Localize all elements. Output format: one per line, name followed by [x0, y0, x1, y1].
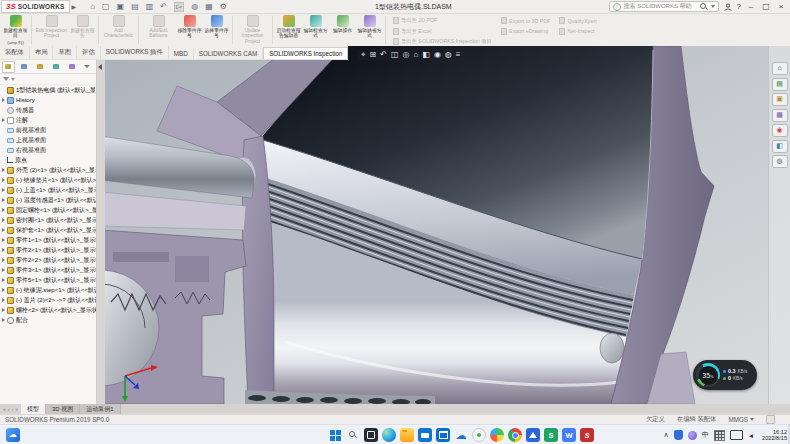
expand-icon[interactable]	[2, 208, 5, 212]
tree-item-part[interactable]: 零件3<1> (默认<<默认>_显示状	[0, 265, 96, 275]
expand-icon[interactable]	[2, 178, 5, 182]
expand-icon[interactable]	[2, 258, 5, 262]
tree-item-part[interactable]: 保护套<1> (默认<<默认>_显示状	[0, 225, 96, 235]
widgets-icon[interactable]: ☁	[6, 428, 20, 442]
rim-bore-hole[interactable]	[600, 333, 624, 363]
tree-item-part[interactable]: (-) 上盖<1> (默认<<默认>_显示状	[0, 185, 96, 195]
connect-device-icon[interactable]	[730, 430, 743, 440]
search-dropdown-icon[interactable]	[711, 5, 715, 8]
status-tag-icon[interactable]	[766, 415, 775, 424]
open-icon[interactable]: ▣	[117, 3, 125, 11]
tree-item-part[interactable]: 螺栓<2> (默认<<默认>_显示状态	[0, 305, 96, 315]
tree-item-part[interactable]: (-) 绝缘垫片<1> (默认<<默认>_显	[0, 175, 96, 185]
user-account-icon[interactable]	[724, 3, 732, 11]
edit-inspection-project-button[interactable]: Edit Inspection Project	[34, 14, 69, 46]
tab-display-manager[interactable]	[66, 61, 79, 73]
panel-splitter[interactable]	[97, 60, 105, 404]
expand-icon[interactable]	[2, 188, 5, 192]
display-settings-icon[interactable]: ▦	[205, 3, 213, 11]
export-3d-pdf-button[interactable]: Export to 3D PDF	[501, 17, 551, 24]
chrome-icon[interactable]	[508, 428, 522, 442]
tab-addins[interactable]: SOLIDWORKS 插件	[101, 46, 169, 59]
view-palette-icon[interactable]: ▦	[772, 109, 788, 122]
print-icon[interactable]: ▥	[146, 3, 154, 11]
zoom-area-icon[interactable]: ⊞	[370, 50, 377, 59]
section-step-detail[interactable]	[113, 252, 169, 262]
app-circle-icon[interactable]	[472, 428, 486, 442]
tree-item-part[interactable]: 零件2<2> (默认<<默认>_显示状	[0, 255, 96, 265]
menu-flyout-icon[interactable]: ▶	[72, 3, 77, 10]
manager-tabs-overflow-icon[interactable]	[84, 65, 90, 68]
outlook-icon[interactable]	[418, 428, 432, 442]
tab-feature-manager[interactable]	[2, 61, 15, 73]
minimize-button[interactable]: –	[746, 2, 756, 12]
tab-dimxpert-manager[interactable]	[50, 61, 63, 73]
edit-default-method-button[interactable]: 编辑缺省方式	[356, 14, 383, 46]
tree-item-part[interactable]: (-) 绝缘泥.step<1> (默认<<默认>	[0, 285, 96, 295]
ime-language-indicator[interactable]: 中	[702, 430, 709, 440]
expand-icon[interactable]	[2, 248, 5, 252]
expand-icon[interactable]	[2, 198, 5, 202]
solidworks-forum-icon[interactable]: ◍	[772, 155, 788, 168]
performance-overlay[interactable]: 35% 0.3 KB/s 0 KB/s	[693, 360, 757, 390]
expand-icon[interactable]	[2, 238, 5, 242]
tree-item-origin[interactable]: 原点	[0, 155, 96, 165]
rebuild-icon[interactable]: ◍	[191, 3, 198, 11]
tab-solidworks-cam[interactable]: SOLIDWORKS CAM	[194, 48, 263, 59]
solidworks-resources-icon[interactable]: ⌂	[772, 62, 788, 75]
expand-icon[interactable]	[2, 318, 5, 322]
new-inspection-project-button[interactable]: 新建检查项目 (amp.列)	[2, 14, 29, 46]
display-style-icon[interactable]: ◧	[422, 50, 430, 59]
tray-expand-icon[interactable]: ∧	[664, 431, 669, 439]
search-input[interactable]: i 搜索 SOLIDWORKS 帮助	[609, 1, 719, 12]
expand-icon[interactable]	[2, 118, 5, 122]
tab-evaluate[interactable]: 评估	[77, 46, 101, 59]
add-edit-balloons-button[interactable]: Add/Edit Balloons	[141, 14, 176, 46]
tree-item-part[interactable]: 零件1<1> (默认<<默认>_显示状态	[0, 235, 96, 245]
select-balloons-button[interactable]: 选择零件序号	[203, 14, 230, 46]
model-canvas[interactable]	[105, 46, 790, 404]
restore-button[interactable]: ▢	[761, 2, 771, 12]
search-icon[interactable]	[700, 3, 708, 11]
annotation-visibility-icon[interactable]: ◎	[402, 50, 409, 59]
new-inspection-report-button[interactable]: 新建检查报告	[69, 14, 96, 46]
tree-item-top-plane[interactable]: 上视基准面	[0, 135, 96, 145]
options-icon[interactable]: ⚙	[220, 3, 227, 11]
wps-icon[interactable]: W	[562, 428, 576, 442]
view-orientation-icon[interactable]: ⌂	[413, 50, 418, 59]
file-explorer-icon[interactable]	[400, 428, 414, 442]
tab-mbd[interactable]: MBD	[169, 48, 194, 59]
edit-operation-button[interactable]: 编辑操作	[329, 14, 356, 46]
section-step-detail-2[interactable]	[175, 256, 209, 282]
tree-item-part[interactable]: 外壳 (2)<1> (默认<<默认>_显示状	[0, 165, 96, 175]
qualityxpert-button[interactable]: QualityXpert	[559, 17, 596, 24]
filter-dropdown-icon[interactable]	[11, 78, 15, 81]
cad-app-icon[interactable]	[526, 428, 540, 442]
add-characteristic-button[interactable]: Add Characteristic	[101, 14, 136, 46]
expand-icon[interactable]	[2, 308, 5, 312]
tree-item-part[interactable]: (-) 温度传感器<1> (默认<<默认>_	[0, 195, 96, 205]
file-explorer-pane-icon[interactable]: ▣	[772, 93, 788, 106]
app-s-icon[interactable]: S	[544, 428, 558, 442]
solidworks-taskbar-icon[interactable]: S	[580, 428, 594, 442]
tab-3d-views[interactable]: 3D 视图	[46, 404, 80, 414]
tree-item-sensors[interactable]: 传感器	[0, 105, 96, 115]
home-icon[interactable]: ⌂	[90, 3, 95, 11]
expand-icon[interactable]	[2, 228, 5, 232]
tree-item-part[interactable]: 零件5<1> (默认<<默认>_显示状	[0, 275, 96, 285]
expand-icon[interactable]	[2, 268, 5, 272]
remove-balloons-button[interactable]: 移除零件序号	[176, 14, 203, 46]
tab-scroll-buttons[interactable]: «‹›»	[0, 404, 21, 414]
tab-motion-study[interactable]: 运动算例1	[80, 404, 120, 414]
expand-icon[interactable]	[2, 298, 5, 302]
edit-inspection-method-button[interactable]: 编辑检查方式	[302, 14, 329, 46]
tree-item-part[interactable]: (-) 盖片 (2)<2> ->? (默认<<默认>	[0, 295, 96, 305]
tree-item-part[interactable]: 固定螺栓<1> (默认<<默认>_显示	[0, 205, 96, 215]
graphics-area[interactable]: ⌖ ⊞ ↶ ◫ ◎ ⌂ ◧ ◉ ◍ ≡ ⌂ ▤ ▣ ▦ ◉ ◧ ◍ 35%	[105, 46, 790, 404]
tab-model[interactable]: 模型	[21, 404, 46, 414]
tab-assembly[interactable]: 装配体	[0, 46, 30, 59]
new-document-icon[interactable]: ▢	[102, 3, 110, 11]
app-ball-icon[interactable]	[688, 431, 697, 440]
edge-icon[interactable]	[382, 428, 396, 442]
export-edrawing-button[interactable]: Export eDrawing	[501, 28, 551, 35]
